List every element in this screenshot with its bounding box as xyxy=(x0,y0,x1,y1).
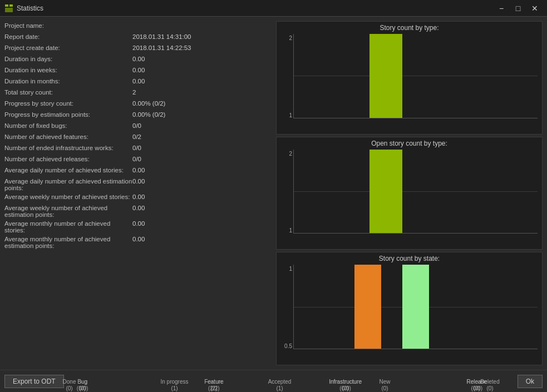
bar-group xyxy=(296,34,356,118)
bar-group xyxy=(416,34,476,118)
main-content: Project name:Report date:2018.01.31 14:3… xyxy=(0,17,547,370)
stat-row: Project name: xyxy=(4,21,272,32)
stat-row: Progress by story count:0.00% (0/2) xyxy=(4,99,272,110)
y-axis-label: 1 xyxy=(289,227,292,234)
stat-row: Average daily number of achieved stories… xyxy=(4,166,272,177)
stats-panel: Project name:Report date:2018.01.31 14:3… xyxy=(4,21,272,365)
x-axis-label: Deleted(0) xyxy=(437,379,543,392)
title-bar: Statistics − □ ✕ xyxy=(0,0,547,17)
x-axis-label: In progress(1) xyxy=(122,379,227,392)
stat-row: Average weekly number of achieved estima… xyxy=(4,204,272,219)
stat-label: Average weekly number of achieved storie… xyxy=(4,193,132,202)
stat-value: 2 xyxy=(132,89,136,98)
stat-row: Number of achieved features:0/2 xyxy=(4,132,272,143)
y-axis-label: 2 xyxy=(289,35,292,41)
stat-label: Duration in days: xyxy=(4,56,132,64)
bar-group xyxy=(296,265,344,349)
bar-group xyxy=(392,265,440,349)
svg-rect-1 xyxy=(9,4,13,7)
y-axis-label: 1 xyxy=(289,112,292,118)
y-axis-label: 1 xyxy=(289,266,292,272)
stat-row: Average weekly number of achieved storie… xyxy=(4,192,272,204)
bar-group xyxy=(416,150,476,234)
stat-value: 0.00% (0/2) xyxy=(132,100,165,109)
stat-row: Number of fixed bugs:0/0 xyxy=(4,121,272,132)
stat-row: Average monthly number of achieved estim… xyxy=(4,235,272,250)
window-controls: − □ ✕ xyxy=(494,2,543,15)
bar xyxy=(402,265,428,349)
stat-row: Duration in months:0.00 xyxy=(4,77,272,88)
chart-story-count-by-type: Story count by type:21Bug(0)Feature(2)In… xyxy=(276,21,543,135)
x-axis-label: Accepted(1) xyxy=(227,379,332,392)
stat-row: Report date:2018.01.31 14:31:00 xyxy=(4,32,272,43)
bar-group xyxy=(344,265,392,349)
chart-title: Story count by state: xyxy=(277,252,542,264)
stat-value: 0.00 xyxy=(132,78,145,87)
stat-value: 0/0 xyxy=(132,145,141,153)
svg-rect-0 xyxy=(5,4,8,7)
chart-open-story-count-by-type: Open story count by type:21Bug(0/0)Featu… xyxy=(276,137,543,250)
stat-label: Duration in weeks: xyxy=(4,67,132,76)
bar xyxy=(369,150,402,234)
close-button[interactable]: ✕ xyxy=(527,2,543,15)
bar xyxy=(369,34,402,118)
bar-group xyxy=(487,265,535,349)
stat-label: Number of achieved features: xyxy=(4,133,132,142)
stat-value: 0/2 xyxy=(132,133,141,142)
bar-group xyxy=(356,34,416,118)
stat-value: 0.00 xyxy=(132,205,145,218)
stat-value: 0.00 xyxy=(132,56,145,64)
stat-value: 0.00 xyxy=(132,167,145,176)
stat-label: Number of fixed bugs: xyxy=(4,122,132,131)
bar-group xyxy=(296,150,356,234)
stat-row: Number of achieved releases:0/0 xyxy=(4,155,272,166)
minimize-button[interactable]: − xyxy=(494,2,509,15)
stat-label: Duration in months: xyxy=(4,78,132,87)
app-icon xyxy=(4,4,13,13)
stat-label: Number of ended infrastructure works: xyxy=(4,145,132,153)
bar-group xyxy=(356,150,416,234)
stat-label: Average daily number of achieved stories… xyxy=(4,167,132,176)
stat-row: Number of ended infrastructure works:0/0 xyxy=(4,143,272,155)
charts-panel: Story count by type:21Bug(0)Feature(2)In… xyxy=(276,21,543,365)
y-axis-label: 0.5 xyxy=(284,343,292,349)
stat-label: Number of achieved releases: xyxy=(4,156,132,165)
maximize-button[interactable]: □ xyxy=(510,2,526,15)
svg-rect-2 xyxy=(5,8,13,12)
bar-group xyxy=(476,34,536,118)
stat-row: Total story count:2 xyxy=(4,88,272,99)
y-axis-label: 2 xyxy=(289,151,292,157)
stat-label: Project create date: xyxy=(4,44,132,53)
stat-label: Average daily number of achieved estimat… xyxy=(4,178,132,191)
stat-value: 0.00 xyxy=(132,220,145,234)
bar-group xyxy=(476,150,536,234)
stat-label: Total story count: xyxy=(4,89,132,98)
stat-label: Average monthly number of achieved stori… xyxy=(4,220,132,234)
stat-row: Average daily number of achieved estimat… xyxy=(4,177,272,192)
chart-title: Open story count by type: xyxy=(277,137,542,148)
stat-row: Project create date:2018.01.31 14:22:53 xyxy=(4,43,272,54)
stat-value: 0.00 xyxy=(132,193,145,202)
window-title: Statistics xyxy=(17,4,494,12)
x-axis-label: New(0) xyxy=(332,379,437,392)
stat-row: Duration in days:0.00 xyxy=(4,54,272,66)
stat-row: Duration in weeks:0.00 xyxy=(4,66,272,77)
bar xyxy=(354,265,381,349)
stat-label: Progress by estimation points: xyxy=(4,111,132,120)
x-axis-label: Done(0) xyxy=(17,379,122,392)
stat-value: 0/0 xyxy=(132,156,141,165)
stat-value: 0/0 xyxy=(132,122,141,131)
stat-label: Report date: xyxy=(4,33,132,42)
bar-group xyxy=(440,265,487,349)
stat-label: Average weekly number of achieved estima… xyxy=(4,205,132,218)
stat-value: 0.00% (0/2) xyxy=(132,111,165,120)
stat-label: Progress by story count: xyxy=(4,100,132,109)
stat-row: Average monthly number of achieved stori… xyxy=(4,219,272,235)
chart-story-count-by-state: Story count by state:10.5Done(0)In progr… xyxy=(276,252,543,365)
stat-row: Progress by estimation points:0.00% (0/2… xyxy=(4,110,272,121)
stat-value: 0.00 xyxy=(132,67,145,76)
stat-label: Average monthly number of achieved estim… xyxy=(4,236,132,249)
stat-value: 0.00 xyxy=(132,236,145,249)
stat-label: Project name: xyxy=(4,22,132,31)
stat-value: 2018.01.31 14:31:00 xyxy=(132,33,191,42)
